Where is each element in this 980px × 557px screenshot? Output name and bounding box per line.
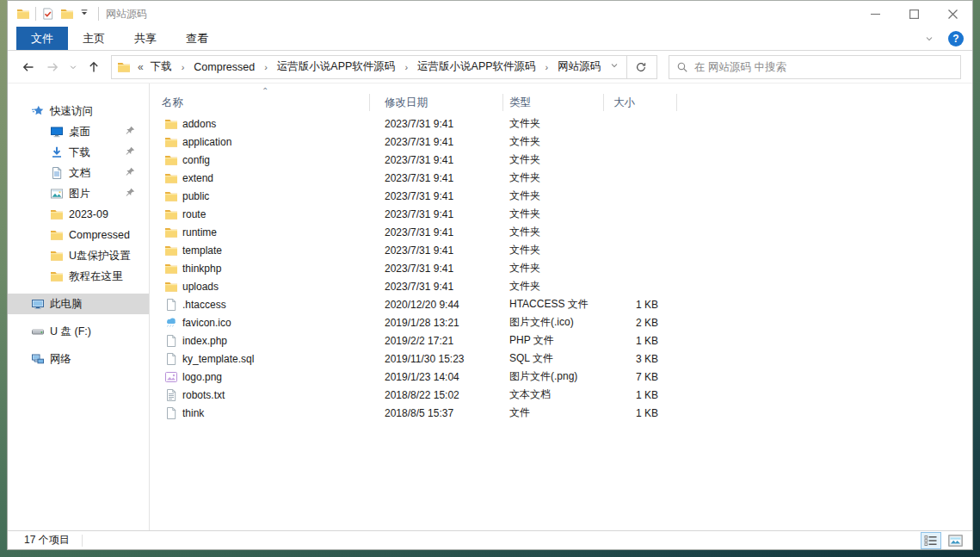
- file-row-extend[interactable]: extend 2023/7/31 9:41 文件夹: [150, 169, 972, 187]
- sidebar-item-compressed[interactable]: Compressed: [8, 225, 149, 245]
- expand-ribbon-button[interactable]: [919, 28, 940, 49]
- file-date-cell: 2023/7/31 9:41: [369, 154, 502, 166]
- file-row-config[interactable]: config 2023/7/31 9:41 文件夹: [150, 151, 972, 169]
- file-name-cell[interactable]: public: [150, 189, 369, 203]
- sidebar-item-usb-protect[interactable]: U盘保护设置: [8, 245, 149, 266]
- properties-button[interactable]: [41, 7, 55, 21]
- file-name-cell[interactable]: index.php: [150, 334, 369, 348]
- file-size-cell: 1 KB: [603, 389, 676, 401]
- file-name-cell[interactable]: .htaccess: [150, 298, 369, 312]
- file-row-ky-template-sql[interactable]: ky_template.sql 2019/11/30 15:23 SQL 文件 …: [150, 350, 972, 368]
- breadcrumb-item[interactable]: 运营版小说APP软件源码: [275, 59, 398, 74]
- tab-file[interactable]: 文件: [16, 27, 68, 50]
- file-date-cell: 2023/7/31 9:41: [369, 172, 502, 184]
- refresh-button[interactable]: [627, 56, 655, 78]
- file-row-addons[interactable]: addons 2023/7/31 9:41 文件夹: [150, 114, 972, 133]
- breadcrumb-separator-icon[interactable]: ›: [182, 62, 185, 72]
- file-name-cell[interactable]: think: [150, 406, 369, 420]
- tab-home[interactable]: 主页: [68, 27, 120, 50]
- large-icons-view-button[interactable]: [945, 532, 965, 549]
- text-icon: [164, 388, 178, 402]
- sidebar-item-documents[interactable]: 文档: [8, 163, 149, 183]
- file-row-favicon-ico[interactable]: favicon.ico 2019/1/28 13:21 图片文件(.ico) 2…: [150, 313, 972, 331]
- back-button[interactable]: [18, 57, 39, 77]
- sidebar-item-desktop[interactable]: 桌面: [8, 121, 149, 142]
- column-header-date[interactable]: 修改日期: [369, 92, 502, 114]
- file-name-cell[interactable]: addons: [150, 117, 369, 131]
- help-button[interactable]: ?: [948, 31, 964, 46]
- close-button[interactable]: [934, 1, 972, 27]
- column-header-name[interactable]: 名称: [150, 92, 369, 114]
- folder-icon: [164, 226, 178, 239]
- file-name-cell[interactable]: application: [150, 135, 369, 149]
- file-row-robots-txt[interactable]: robots.txt 2018/8/22 15:02 文本文档 1 KB: [150, 386, 972, 404]
- column-header-type[interactable]: 类型: [502, 92, 603, 114]
- file-row-application[interactable]: application 2023/7/31 9:41 文件夹: [150, 133, 972, 151]
- breadcrumb[interactable]: «下载›Compressed›运营版小说APP软件源码›运营版小说APP软件源码…: [111, 55, 657, 79]
- tab-share[interactable]: 共享: [120, 27, 171, 50]
- sidebar-item-quick-access[interactable]: 快速访问: [8, 101, 149, 121]
- file-name-cell[interactable]: favicon.ico: [150, 316, 369, 330]
- computer-icon: [31, 297, 45, 311]
- sidebar-item-downloads[interactable]: 下载: [8, 142, 149, 163]
- file-name-cell[interactable]: extend: [150, 171, 369, 185]
- breadcrumb-item[interactable]: 网站源码: [556, 59, 602, 74]
- maximize-button[interactable]: [895, 1, 934, 27]
- recent-locations-button[interactable]: [66, 57, 80, 77]
- breadcrumb-overflow[interactable]: «: [138, 61, 144, 73]
- file-row-thinkphp[interactable]: thinkphp 2023/7/31 9:41 文件夹: [150, 259, 972, 277]
- new-folder-button[interactable]: [60, 7, 74, 21]
- sidebar-item-usb-drive[interactable]: U 盘 (F:): [8, 321, 149, 342]
- picture-icon: [50, 187, 64, 201]
- pin-icon: [125, 145, 137, 158]
- pin-icon: [125, 166, 137, 178]
- file-row-logo-png[interactable]: logo.png 2019/1/23 14:04 图片文件(.png) 7 KB: [150, 368, 972, 386]
- column-header-size[interactable]: 大小: [603, 92, 676, 114]
- column-divider[interactable]: [676, 94, 677, 111]
- forward-button[interactable]: [42, 57, 63, 77]
- sidebar-item-network[interactable]: 网络: [8, 349, 149, 369]
- file-name-cell[interactable]: robots.txt: [150, 388, 369, 402]
- up-button[interactable]: [83, 57, 104, 77]
- breadcrumb-separator-icon[interactable]: ›: [545, 62, 549, 72]
- column-divider[interactable]: [369, 94, 370, 111]
- customize-toolbar-button[interactable]: [79, 7, 93, 21]
- column-divider[interactable]: [502, 94, 503, 111]
- sidebar-item-label: 文档: [69, 166, 90, 181]
- file-row-uploads[interactable]: uploads 2023/7/31 9:41 文件夹: [150, 277, 972, 295]
- file-row-template[interactable]: template 2023/7/31 9:41 文件夹: [150, 241, 972, 259]
- sidebar-item-this-pc[interactable]: 此电脑: [8, 294, 149, 314]
- tab-view[interactable]: 查看: [171, 27, 223, 50]
- sidebar-item-label: 图片: [69, 187, 90, 201]
- sidebar-item-2023-09[interactable]: 2023-09: [8, 204, 149, 225]
- file-name-cell[interactable]: ky_template.sql: [150, 352, 369, 366]
- sidebar-item-tutorial[interactable]: 教程在这里: [8, 266, 149, 287]
- file-name-cell[interactable]: logo.png: [150, 370, 369, 384]
- file-row-think[interactable]: think 2018/8/5 15:37 文件 1 KB: [150, 404, 972, 422]
- breadcrumb-item[interactable]: Compressed: [192, 61, 256, 73]
- file-name-cell[interactable]: config: [150, 153, 369, 167]
- breadcrumb-item[interactable]: 运营版小说APP软件源码: [416, 59, 538, 74]
- file-name-cell[interactable]: thinkphp: [150, 262, 369, 275]
- file-row-route[interactable]: route 2023/7/31 9:41 文件夹: [150, 205, 972, 223]
- title-bar: 网站源码: [8, 1, 972, 27]
- search-input[interactable]: [694, 61, 953, 73]
- breadcrumb-separator-icon[interactable]: ›: [264, 62, 268, 72]
- star-icon: [31, 104, 45, 118]
- file-row-index-php[interactable]: index.php 2019/2/2 17:21 PHP 文件 1 KB: [150, 331, 972, 350]
- column-divider[interactable]: [603, 94, 604, 111]
- file-row-runtime[interactable]: runtime 2023/7/31 9:41 文件夹: [150, 223, 972, 241]
- file-name-cell[interactable]: uploads: [150, 280, 369, 294]
- file-name-cell[interactable]: template: [150, 244, 369, 257]
- breadcrumb-separator-icon[interactable]: ›: [404, 62, 408, 72]
- breadcrumb-item[interactable]: 下载: [149, 59, 174, 74]
- file-name-cell[interactable]: runtime: [150, 226, 369, 239]
- file-row-htaccess[interactable]: .htaccess 2020/12/20 9:44 HTACCESS 文件 1 …: [150, 295, 972, 313]
- details-view-button[interactable]: [921, 532, 941, 549]
- file-row-public[interactable]: public 2023/7/31 9:41 文件夹: [150, 187, 972, 205]
- file-name-cell[interactable]: route: [150, 207, 369, 221]
- sidebar-item-pictures[interactable]: 图片: [8, 183, 149, 204]
- address-history-dropdown-icon[interactable]: [602, 60, 626, 73]
- column-headers: ⌃ 名称 修改日期 类型 大小: [150, 84, 972, 114]
- minimize-button[interactable]: [856, 1, 895, 27]
